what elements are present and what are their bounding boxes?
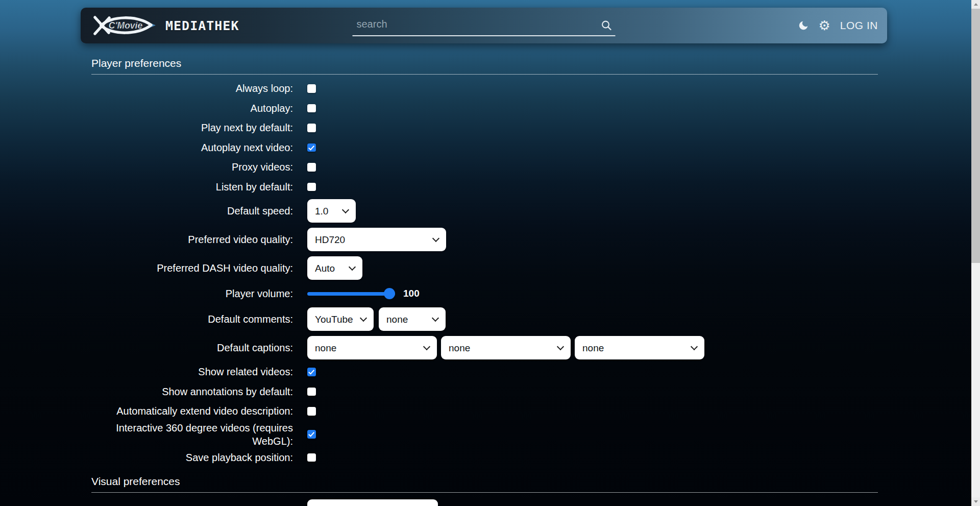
extend-description-checkbox[interactable] xyxy=(307,407,316,416)
pref-row-save-position: Save playback position: xyxy=(91,448,878,468)
logo-text: C'Movie xyxy=(109,20,143,31)
360-videos-label: Interactive 360 degree videos (requires … xyxy=(91,421,293,448)
default-captions-label: Default captions: xyxy=(91,341,293,354)
dash-quality-select[interactable]: Auto xyxy=(307,256,362,280)
home-link[interactable]: C'Movie MEDIATHEK xyxy=(93,14,239,37)
360-videos-checkbox[interactable] xyxy=(307,430,316,439)
extend-description-label: Automatically extend video description: xyxy=(91,404,293,418)
pref-row-language: Language: English xyxy=(91,497,878,506)
always-loop-checkbox[interactable] xyxy=(307,84,316,93)
save-position-label: Save playback position: xyxy=(91,451,293,464)
pref-row-play-next: Play next by default: xyxy=(91,118,878,138)
dash-quality-select-wrap: Auto xyxy=(307,256,362,280)
annotations-label: Show annotations by default: xyxy=(91,385,293,398)
proxy-videos-label: Proxy videos: xyxy=(91,160,293,174)
video-quality-label: Preferred video quality: xyxy=(91,233,293,246)
scroll-down-icon xyxy=(974,500,978,503)
pref-row-related-videos: Show related videos: xyxy=(91,362,878,382)
dark-mode-toggle[interactable] xyxy=(798,20,809,31)
player-volume-slider[interactable] xyxy=(307,288,395,299)
listen-default-checkbox[interactable] xyxy=(307,183,316,191)
listen-default-label: Listen by default: xyxy=(91,180,293,194)
moon-icon xyxy=(798,20,809,31)
autoplay-next-label: Autoplay next video: xyxy=(91,141,293,154)
search-input[interactable] xyxy=(353,16,616,36)
dash-quality-label: Preferred DASH video quality: xyxy=(91,261,293,275)
pref-row-autoplay: Autoplay: xyxy=(91,99,878,118)
scrollbar-down-button[interactable] xyxy=(971,497,980,506)
player-volume-label: Player volume: xyxy=(91,287,293,300)
player-volume-value: 100 xyxy=(403,288,420,299)
pref-row-default-comments: Default comments: YouTube none xyxy=(91,305,878,333)
search-icon[interactable] xyxy=(601,20,612,31)
comments-first-select[interactable]: YouTube xyxy=(307,307,374,331)
pref-row-player-volume: Player volume: 100 xyxy=(91,282,878,305)
default-speed-select[interactable]: 1.0 xyxy=(307,199,356,223)
navbar: C'Movie MEDIATHEK ⚙ LOG IN xyxy=(81,8,887,43)
pref-row-default-captions: Default captions: none none none xyxy=(91,333,878,362)
default-comments-label: Default comments: xyxy=(91,312,293,326)
default-speed-label: Default speed: xyxy=(91,204,293,218)
comments-first-select-wrap: YouTube xyxy=(307,307,374,331)
autoplay-label: Autoplay: xyxy=(91,102,293,115)
pref-row-annotations: Show annotations by default: xyxy=(91,382,878,402)
save-position-checkbox[interactable] xyxy=(307,453,316,462)
pref-row-always-loop: Always loop: xyxy=(91,79,878,99)
scroll-up-icon xyxy=(974,3,978,6)
play-next-checkbox[interactable] xyxy=(307,124,316,132)
player-preferences-title: Player preferences xyxy=(91,57,878,75)
preferences-gear-icon[interactable]: ⚙ xyxy=(819,19,830,32)
captions-third-select[interactable]: none xyxy=(575,336,704,359)
play-next-label: Play next by default: xyxy=(91,121,293,134)
pref-row-360-videos: Interactive 360 degree videos (requires … xyxy=(91,421,878,448)
pref-row-proxy-videos: Proxy videos: xyxy=(91,157,878,177)
video-quality-select-wrap: HD720 xyxy=(307,228,446,251)
video-quality-select[interactable]: HD720 xyxy=(307,228,446,251)
proxy-videos-checkbox[interactable] xyxy=(307,163,316,172)
always-loop-label: Always loop: xyxy=(91,82,293,95)
pref-row-dash-quality: Preferred DASH video quality: Auto xyxy=(91,254,878,282)
comments-second-select[interactable]: none xyxy=(379,307,446,331)
default-speed-select-wrap: 1.0 xyxy=(307,199,356,223)
language-select[interactable]: English xyxy=(307,499,438,506)
vertical-scrollbar xyxy=(971,0,980,506)
pref-row-default-speed: Default speed: 1.0 xyxy=(91,197,878,225)
brand-title: MEDIATHEK xyxy=(165,18,239,33)
captions-first-select-wrap: none xyxy=(307,336,437,359)
captions-first-select[interactable]: none xyxy=(307,336,437,359)
captions-second-select[interactable]: none xyxy=(441,336,571,359)
related-videos-label: Show related videos: xyxy=(91,365,293,378)
pref-row-listen-default: Listen by default: xyxy=(91,177,878,197)
autoplay-next-checkbox[interactable] xyxy=(307,143,316,152)
captions-third-select-wrap: none xyxy=(575,336,704,359)
search-bar xyxy=(353,16,616,36)
pref-row-extend-description: Automatically extend video description: xyxy=(91,401,878,421)
captions-second-select-wrap: none xyxy=(441,336,571,359)
pref-row-video-quality: Preferred video quality: HD720 xyxy=(91,225,878,254)
fish-logo-icon: C'Movie xyxy=(93,14,157,37)
preferences-page: Player preferences Always loop: Autoplay… xyxy=(91,57,878,506)
login-link[interactable]: LOG IN xyxy=(840,19,878,32)
scrollbar-up-button[interactable] xyxy=(971,0,980,9)
language-select-wrap: English xyxy=(307,499,438,506)
comments-second-select-wrap: none xyxy=(379,307,446,331)
pref-row-autoplay-next: Autoplay next video: xyxy=(91,138,878,158)
scrollbar-thumb[interactable] xyxy=(971,9,980,263)
related-videos-checkbox[interactable] xyxy=(307,368,316,376)
annotations-checkbox[interactable] xyxy=(307,388,316,396)
visual-preferences-title: Visual preferences xyxy=(91,475,878,493)
autoplay-checkbox[interactable] xyxy=(307,104,316,113)
navbar-actions: ⚙ LOG IN xyxy=(798,8,878,43)
